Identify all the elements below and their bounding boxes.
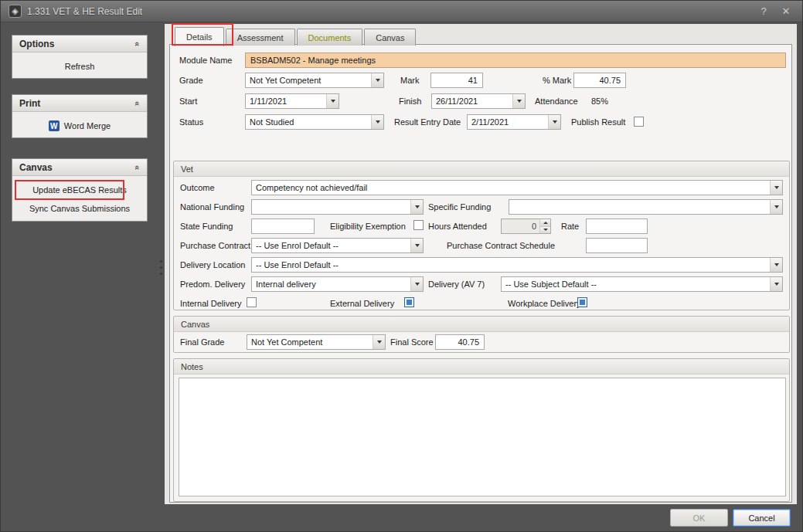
predom-delivery-select[interactable]: Internal delivery — [251, 276, 424, 292]
main-area: Details Assessment Documents Canvas Modu… — [165, 24, 797, 504]
attendance-value: 85% — [591, 96, 608, 107]
internal-delivery-checkbox[interactable] — [247, 297, 257, 307]
cancel-button[interactable]: Cancel — [733, 509, 791, 527]
purchase-contract-select[interactable]: -- Use Enrol Default -- — [251, 238, 424, 253]
specific-funding-label: Specific Funding — [428, 202, 491, 212]
workplace-delivery-checkbox[interactable] — [577, 297, 587, 307]
eligibility-exemption-label: Eligibility Exemption — [330, 221, 406, 232]
tab-bar: Details Assessment Documents Canvas — [175, 27, 416, 46]
workplace-delivery-label: Workplace Delivery — [508, 298, 581, 309]
module-name-label: Module Name — [179, 55, 232, 66]
status-label: Status — [179, 117, 203, 127]
collapse-chevron-icon[interactable]: « — [133, 164, 142, 169]
mark-label: Mark — [400, 75, 419, 86]
start-date-select[interactable]: 1/11/2021 — [245, 93, 339, 109]
tab-assessment[interactable]: Assessment — [226, 29, 295, 46]
window-title: 1.331 VET & HE Result Edit — [27, 6, 750, 17]
chevron-down-icon — [371, 115, 383, 129]
attendance-label: Attendance — [535, 96, 578, 107]
pct-mark-value: 40.75 — [599, 76, 621, 85]
external-delivery-label: External Delivery — [330, 298, 394, 309]
spin-up-icon[interactable] — [540, 219, 550, 227]
finish-label: Finish — [399, 96, 421, 107]
delivery-av7-select[interactable]: -- Use Subject Default -- — [501, 276, 783, 292]
mark-value: 41 — [468, 76, 478, 85]
grade-select[interactable]: Not Yet Competent — [245, 73, 384, 88]
chevron-down-icon — [373, 335, 385, 349]
word-merge-button[interactable]: W Word Merge — [12, 117, 147, 135]
pct-mark-field[interactable]: 40.75 — [573, 73, 626, 88]
help-button[interactable]: ? — [755, 5, 772, 17]
options-panel-title: Options — [19, 39, 54, 49]
final-score-value: 40.75 — [458, 337, 479, 347]
chevron-down-icon — [371, 73, 383, 87]
external-delivery-checkbox[interactable] — [404, 297, 414, 307]
tab-canvas[interactable]: Canvas — [364, 29, 416, 46]
chevron-down-icon — [410, 277, 423, 291]
vet-group: Vet Outcome Competency not achieved/fail… — [173, 161, 790, 310]
specific-funding-value — [509, 200, 770, 214]
chevron-down-icon — [410, 200, 423, 214]
print-panel-header[interactable]: Print « — [12, 95, 147, 112]
ok-button[interactable]: OK — [670, 509, 728, 527]
module-name-value: BSBADM502 - Manage meetings — [250, 56, 376, 65]
rate-field[interactable] — [586, 219, 648, 234]
delivery-location-select[interactable]: -- Use Enrol Default -- — [251, 257, 783, 273]
hours-attended-spinner[interactable]: 0 — [501, 219, 551, 234]
splitter-handle[interactable] — [158, 256, 163, 279]
publish-result-label: Publish Result — [571, 117, 625, 127]
tab-details[interactable]: Details — [175, 27, 224, 46]
tab-documents[interactable]: Documents — [297, 29, 363, 46]
canvas-panel-header[interactable]: Canvas « — [12, 159, 147, 176]
collapse-chevron-icon[interactable]: « — [133, 100, 142, 105]
chevron-down-icon — [512, 94, 525, 108]
grade-label: Grade — [179, 75, 203, 86]
update-ebecas-button[interactable]: Update eBECAS Results — [12, 181, 147, 199]
finish-date-select[interactable]: 26/11/2021 — [431, 93, 526, 109]
specific-funding-select[interactable] — [509, 199, 783, 215]
mark-field[interactable]: 41 — [430, 73, 483, 88]
predom-delivery-label: Predom. Delivery — [180, 279, 245, 290]
rate-label: Rate — [561, 221, 579, 232]
publish-result-checkbox[interactable] — [634, 117, 644, 127]
collapse-chevron-icon[interactable]: « — [133, 41, 142, 46]
vet-group-title: Vet — [181, 164, 193, 174]
chevron-down-icon — [410, 239, 423, 252]
purchase-contract-schedule-field[interactable] — [586, 238, 648, 253]
dialog-window: ◈ 1.331 VET & HE Result Edit ? ✕ Options… — [0, 0, 803, 532]
word-icon: W — [49, 120, 60, 131]
outcome-select[interactable]: Competency not achieved/fail — [251, 180, 783, 195]
eligibility-exemption-checkbox[interactable] — [413, 220, 424, 230]
canvas-panel: Canvas « Update eBECAS Results Sync Canv… — [12, 158, 148, 222]
final-score-field[interactable]: 40.75 — [435, 334, 485, 350]
final-grade-select[interactable]: Not Yet Competent — [247, 334, 386, 350]
options-panel: Options « Refresh — [12, 35, 148, 79]
canvas-group: Canvas Final Grade Not Yet Competent Fin… — [173, 316, 790, 353]
result-entry-date-label: Result Entry Date — [394, 117, 461, 127]
title-bar: ◈ 1.331 VET & HE Result Edit ? ✕ — [1, 1, 802, 22]
canvas-panel-title: Canvas — [19, 162, 53, 173]
options-panel-header[interactable]: Options « — [12, 36, 147, 53]
module-name-field[interactable]: BSBADM502 - Manage meetings — [245, 53, 786, 68]
result-entry-date-select[interactable]: 2/11/2021 — [467, 114, 561, 130]
final-grade-value: Not Yet Competent — [247, 335, 373, 349]
internal-delivery-label: Internal Delivery — [180, 298, 241, 309]
notes-textarea[interactable] — [179, 378, 786, 496]
final-score-label: Final Score — [390, 337, 434, 347]
start-label: Start — [179, 96, 197, 107]
chevron-down-icon — [770, 200, 782, 214]
canvas-group-title: Canvas — [181, 320, 209, 329]
purchase-contract-value: -- Use Enrol Default -- — [252, 239, 410, 252]
refresh-button[interactable]: Refresh — [12, 57, 147, 76]
spin-down-icon[interactable] — [540, 227, 550, 234]
sync-canvas-button[interactable]: Sync Canvas Submissions — [12, 199, 147, 218]
notes-group-title: Notes — [181, 362, 203, 371]
print-panel: Print « W Word Merge — [12, 94, 148, 138]
state-funding-field[interactable] — [251, 219, 315, 234]
close-button[interactable]: ✕ — [777, 5, 794, 17]
national-funding-select[interactable] — [251, 199, 424, 215]
status-select[interactable]: Not Studied — [245, 114, 384, 130]
status-select-value: Not Studied — [246, 115, 371, 129]
hours-attended-label: Hours Attended — [428, 221, 487, 232]
national-funding-value — [252, 200, 410, 214]
